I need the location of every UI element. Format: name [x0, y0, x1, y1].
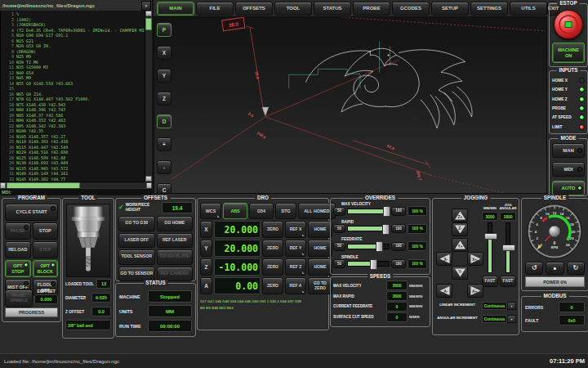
menu-tab[interactable]: UTILS	[510, 2, 547, 16]
pause-spindle-button[interactable]: PAUSE SPINDLE	[5, 289, 33, 307]
chevron-down-icon[interactable]: ▾	[507, 302, 516, 310]
program-button[interactable]: STEP	[33, 241, 59, 258]
scroll-up-button[interactable]	[145, 11, 152, 16]
home-axis-button[interactable]: GO TO ZERO	[308, 277, 332, 294]
gcode-listing[interactable]: 1 % 2 (1002) 3 (JOKERSBACK) 4 (T2 D=0.35…	[0, 11, 152, 182]
jog-y+-button[interactable]: Y+	[452, 238, 468, 252]
axis-select-button[interactable]: Y	[200, 240, 212, 257]
dro-header-button[interactable]: G54	[249, 203, 274, 219]
program-button[interactable]: OPT STOP	[5, 260, 31, 277]
view-button[interactable]: X	[157, 46, 172, 60]
offsets-button[interactable]: GO HOME	[157, 216, 194, 231]
offsets-button[interactable]: REF LASER	[157, 233, 194, 249]
mode-button[interactable]: MAN	[552, 143, 585, 158]
view-button[interactable]: C	[157, 183, 172, 194]
jog-z+-button[interactable]: Z+	[452, 209, 468, 222]
jog-y--button[interactable]: Y-	[452, 266, 468, 280]
jog-a--button[interactable]: A-	[436, 284, 452, 298]
slider-handle[interactable]	[370, 259, 377, 270]
axis-select-button[interactable]: A	[200, 277, 212, 294]
zero-axis-button[interactable]: ZERO	[262, 258, 283, 276]
ref-axis-button[interactable]: REF Z	[285, 258, 306, 276]
program-button[interactable]: STOP	[33, 222, 59, 240]
program-button[interactable]: OPT BLOCK	[33, 260, 59, 277]
program-button[interactable]: CYCLE START	[5, 204, 58, 221]
offsets-button[interactable]: GO TO G30	[118, 216, 155, 231]
ref-axis-button[interactable]: REF X	[285, 221, 306, 238]
offsets-button[interactable]: TOOL SENSOR	[118, 249, 155, 265]
mode-button[interactable]: MDI	[552, 162, 585, 177]
view-button[interactable]: +	[157, 137, 172, 151]
ref-axis-button[interactable]: REF Y	[285, 240, 306, 257]
status-title: STATUS	[143, 280, 167, 285]
override-slider[interactable]	[347, 226, 390, 231]
home-axis-button[interactable]: HOME	[308, 258, 332, 276]
spindle-stop-button[interactable]: ■	[546, 262, 564, 275]
menu-tab[interactable]: OFFSETS	[235, 2, 273, 16]
spindle-cw-button[interactable]: ↻	[567, 262, 585, 275]
ref-axis-button[interactable]: REF A	[285, 277, 306, 294]
vertical-scrollbar[interactable]	[145, 11, 152, 182]
override-slider[interactable]	[347, 209, 390, 214]
dro-header-button[interactable]: DTG	[275, 203, 296, 219]
jog-a+-button[interactable]: A+	[467, 284, 483, 298]
toolpath-preview[interactable]: 38.0 38.0 0.0 148.9 62.9 209.7 PXYZD+-C	[154, 16, 547, 194]
zero-axis-button[interactable]: ZERO	[262, 240, 283, 257]
slider-handle[interactable]	[383, 206, 390, 217]
vertical-scroll-thumb[interactable]	[145, 18, 152, 30]
slider-handle[interactable]	[382, 224, 390, 235]
view-button[interactable]: -	[157, 160, 172, 174]
svg-text:12: 12	[553, 211, 557, 215]
linear-increment-select[interactable]: Continuous ▾	[482, 302, 516, 310]
dro-header-button[interactable]: WCS	[200, 203, 221, 219]
jog-linear-fast-button[interactable]: FAST	[482, 276, 498, 287]
axis-select-button[interactable]: Z	[200, 258, 212, 276]
spindle-ccw-button[interactable]: ↺	[525, 262, 543, 275]
override-slider[interactable]	[347, 261, 390, 267]
menu-tab[interactable]: SETTINGS	[470, 2, 508, 16]
estop-button[interactable]	[554, 10, 583, 39]
modbus-title: MODBUS	[541, 293, 569, 298]
check-icon[interactable]: ✓	[118, 204, 124, 211]
mode-button[interactable]: AUTO	[552, 181, 585, 195]
view-button[interactable]: Z	[157, 92, 172, 105]
chevron-down-icon[interactable]: ▾	[507, 315, 516, 323]
home-axis-button[interactable]: HOME	[308, 240, 332, 257]
program-button[interactable]: PAUSE	[5, 222, 31, 240]
offsets-button[interactable]: LASER OFF	[118, 233, 155, 249]
angular-increment-select[interactable]: Continuous ▾	[482, 315, 516, 323]
program-button[interactable]: RELOAD	[5, 241, 31, 258]
menu-tab[interactable]: STATUS	[314, 2, 351, 16]
jog-x+-button[interactable]: X+	[467, 252, 483, 266]
jog-z--button[interactable]: Z-	[452, 222, 468, 236]
jog-linear-slider[interactable]	[488, 222, 492, 273]
slider-handle[interactable]	[484, 233, 497, 240]
menu-tab[interactable]: FILE	[196, 2, 234, 16]
jog-x--button[interactable]: X-	[436, 252, 452, 266]
offsets-button[interactable]: TOUCH PLATE	[157, 249, 194, 265]
file-dropdown-button[interactable]: ▾	[141, 1, 151, 11]
machine-on-button[interactable]: MACHINE ON	[552, 43, 585, 63]
jog-angular-fast-button[interactable]: FAST	[500, 276, 516, 287]
view-button[interactable]: Y	[157, 69, 172, 83]
zero-axis-button[interactable]: ZERO	[262, 221, 283, 238]
program-title: PROGRAM	[16, 195, 47, 200]
view-button[interactable]: P	[157, 23, 172, 37]
eoffset-value: 0.000	[34, 294, 58, 304]
menu-tab[interactable]: GCODES	[392, 2, 430, 16]
menu-tab[interactable]: MAIN	[157, 2, 194, 16]
scroll-down-button[interactable]	[145, 176, 152, 182]
view-button[interactable]: D	[157, 114, 172, 128]
slider-handle[interactable]	[502, 245, 515, 251]
menu-tab[interactable]: TOOL	[274, 2, 312, 16]
menu-tab[interactable]: SETUP	[431, 2, 469, 16]
override-slider[interactable]	[347, 244, 390, 249]
menu-tab[interactable]: PROBE	[353, 2, 390, 16]
home-axis-button[interactable]: HOME	[308, 221, 332, 238]
override-slider-row: FEEDRATE 50 100 100 %	[333, 237, 427, 254]
zero-axis-button[interactable]: ZERO	[262, 277, 283, 294]
jog-angular-slider[interactable]	[506, 222, 510, 273]
axis-select-button[interactable]: X	[200, 221, 212, 238]
dro-header-button[interactable]: ABS	[223, 203, 247, 219]
slider-handle[interactable]	[376, 241, 383, 252]
